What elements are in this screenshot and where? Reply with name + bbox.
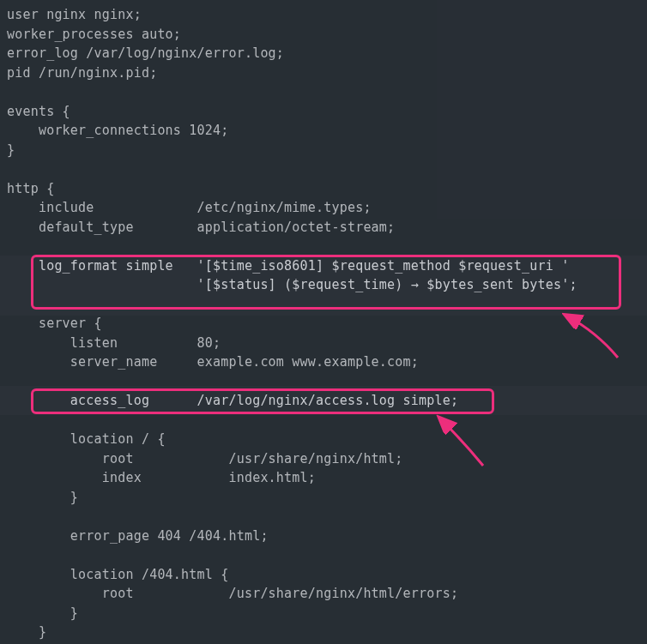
- code-line: error_log /var/log/nginx/error.log;: [7, 45, 284, 61]
- code-line: events {: [7, 104, 70, 119]
- code-line: worker_connections 1024;: [7, 123, 228, 138]
- code-line: pid /run/nginx.pid;: [7, 65, 157, 81]
- code-line: root /usr/share/nginx/html;: [7, 451, 403, 466]
- code-line: listen 80;: [7, 335, 221, 351]
- code-line: access_log /var/log/nginx/access.log sim…: [7, 393, 458, 408]
- code-line: location / {: [7, 431, 166, 447]
- nginx-config-code: user nginx nginx; worker_processes auto;…: [7, 5, 647, 644]
- code-line: server_name example.com www.example.com;: [7, 354, 419, 370]
- code-line: default_type application/octet-stream;: [7, 220, 395, 235]
- code-line: '[$status] ($request_time) → $bytes_sent…: [7, 277, 577, 292]
- code-line: index index.html;: [7, 470, 316, 485]
- code-line: user nginx nginx;: [7, 7, 142, 22]
- code-line: error_page 404 /404.html;: [7, 528, 269, 544]
- code-line: }: [7, 605, 78, 621]
- code-line: }: [7, 490, 78, 505]
- code-line: log_format simple '[$time_iso8601] $requ…: [7, 258, 569, 274]
- code-line: root /usr/share/nginx/html/errors;: [7, 586, 458, 601]
- code-line: server {: [7, 316, 102, 331]
- code-line: }: [7, 142, 15, 158]
- code-line: worker_processes auto;: [7, 27, 181, 42]
- code-line: include /etc/nginx/mime.types;: [7, 200, 372, 215]
- code-line: }: [7, 624, 46, 640]
- code-line: location /404.html {: [7, 567, 228, 582]
- code-line: http {: [7, 181, 54, 196]
